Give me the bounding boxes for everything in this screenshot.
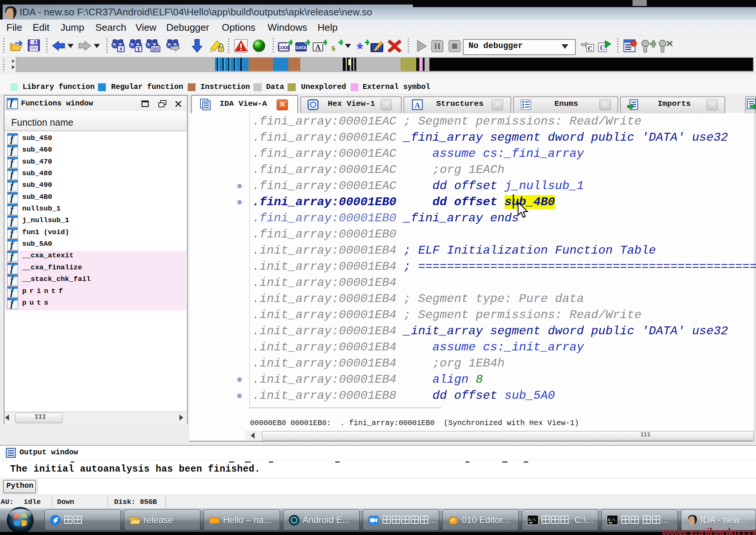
svg-text:*: *: [357, 40, 363, 53]
svg-text:A: A: [315, 43, 321, 51]
svg-text:C: C: [600, 44, 605, 52]
svg-text:C:\: C:\: [608, 518, 616, 522]
svg-text:s: s: [331, 42, 336, 53]
svg-text:CODE: CODE: [278, 45, 290, 50]
svg-text:A: A: [414, 101, 420, 110]
svg-text:#: #: [119, 46, 122, 52]
svg-text:101: 101: [152, 47, 159, 52]
svg-text:DATA: DATA: [296, 45, 307, 50]
svg-text:C: C: [588, 45, 592, 52]
svg-text:C:\: C:\: [529, 518, 536, 522]
svg-text:T: T: [137, 46, 140, 52]
